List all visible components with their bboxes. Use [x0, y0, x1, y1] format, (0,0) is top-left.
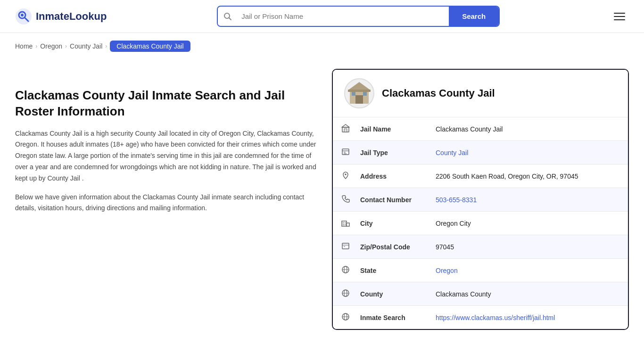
field-icon-cell [333, 212, 352, 235]
field-value: 2206 South Kaen Road, Oregon City, OR, 9… [427, 165, 628, 188]
svg-point-20 [345, 173, 347, 175]
breadcrumb: Home › Oregon › County Jail › Clackamas … [0, 33, 644, 59]
address-icon [341, 171, 350, 180]
field-value-text: 97045 [436, 243, 454, 251]
field-label: City [352, 212, 427, 235]
field-icon-cell [333, 259, 352, 282]
site-header: InmateLookup Search [0, 0, 644, 33]
county-icon [341, 289, 350, 297]
svg-rect-11 [363, 92, 367, 96]
search-area: Search [217, 6, 500, 27]
page-description-1: Clackamas County Jail is a high security… [15, 128, 317, 184]
search-icon-wrap [218, 8, 238, 25]
table-row: Jail Type County Jail [333, 141, 628, 165]
svg-rect-27 [342, 243, 349, 249]
field-value-text: Oregon City [436, 220, 471, 227]
jail-icon [341, 124, 350, 132]
search-button[interactable]: Search [449, 7, 499, 26]
svg-rect-25 [343, 224, 344, 225]
city-icon [341, 218, 350, 227]
svg-rect-9 [355, 95, 363, 104]
field-label: Address [352, 165, 427, 188]
left-column: Clackamas County Jail Inmate Search and … [15, 69, 317, 330]
svg-rect-10 [352, 92, 355, 96]
right-column: Clackamas County Jail Jail Name Clackama… [332, 69, 629, 330]
page-title: Clackamas County Jail Inmate Search and … [15, 88, 317, 120]
field-value-link[interactable]: Oregon [436, 267, 458, 274]
jail-building-icon [347, 81, 372, 106]
hamburger-line-2 [614, 16, 625, 17]
svg-point-2 [21, 14, 24, 16]
field-icon-cell [333, 141, 352, 165]
field-value: Clackamas County [427, 282, 628, 306]
breadcrumb-active: Clackamas County Jail [110, 41, 190, 52]
field-value[interactable]: County Jail [427, 141, 628, 165]
breadcrumb-home[interactable]: Home [15, 42, 33, 50]
table-row: State Oregon [333, 259, 628, 282]
field-value-link[interactable]: County Jail [436, 149, 468, 156]
svg-marker-14 [342, 124, 349, 127]
hamburger-line-1 [614, 13, 625, 14]
search-wrapper: Search [217, 6, 500, 27]
breadcrumb-oregon[interactable]: Oregon [40, 42, 62, 50]
field-value-link[interactable]: https://www.clackamas.us/sheriff/jail.ht… [436, 314, 555, 321]
logo-text: InmateLookup [36, 10, 107, 23]
svg-rect-23 [343, 222, 344, 223]
field-icon-cell [333, 117, 352, 141]
field-icon-cell [333, 188, 352, 212]
table-row: Contact Number 503-655-8331 [333, 188, 628, 212]
field-icon-cell [333, 306, 352, 329]
table-row: Zip/Postal Code 97045 [333, 235, 628, 259]
field-value: Clackamas County Jail [427, 117, 628, 141]
main-content: Clackamas County Jail Inmate Search and … [0, 59, 644, 349]
svg-marker-8 [349, 82, 370, 90]
table-row: City Oregon City [333, 212, 628, 235]
field-icon-cell [333, 165, 352, 188]
zip-icon [341, 242, 350, 250]
field-value-text: 2206 South Kaen Road, Oregon City, OR, 9… [436, 173, 578, 180]
field-value-text: Clackamas County Jail [436, 125, 503, 133]
field-value[interactable]: 503-655-8331 [427, 188, 628, 212]
state-icon [341, 265, 350, 274]
svg-line-5 [229, 17, 231, 20]
field-label: Jail Name [352, 117, 427, 141]
card-header: Clackamas County Jail [333, 70, 628, 117]
field-value[interactable]: Oregon [427, 259, 628, 282]
inmate-icon [341, 313, 350, 321]
field-value: 97045 [427, 235, 628, 259]
logo-icon [15, 8, 32, 25]
svg-rect-22 [347, 223, 349, 226]
svg-rect-7 [348, 90, 371, 92]
hamburger-line-3 [614, 19, 625, 20]
field-label: Jail Type [352, 141, 427, 165]
field-label: Zip/Postal Code [352, 235, 427, 259]
table-row: County Clackamas County [333, 282, 628, 306]
field-value[interactable]: https://www.clackamas.us/sheriff/jail.ht… [427, 306, 628, 329]
card-jail-name: Clackamas County Jail [382, 87, 495, 99]
phone-icon [341, 195, 350, 203]
field-icon-cell [333, 235, 352, 259]
svg-rect-21 [342, 221, 347, 226]
svg-rect-26 [345, 224, 346, 225]
page-description-2: Below we have given information about th… [15, 192, 317, 214]
logo-link[interactable]: InmateLookup [15, 8, 107, 25]
field-label: County [352, 282, 427, 306]
field-value: Oregon City [427, 212, 628, 235]
search-input[interactable] [238, 8, 449, 25]
breadcrumb-sep-2: › [65, 43, 67, 49]
svg-rect-24 [345, 222, 346, 223]
field-label: Inmate Search [352, 306, 427, 329]
svg-point-0 [16, 8, 32, 25]
search-icon [223, 12, 232, 21]
table-row: Jail Name Clackamas County Jail [333, 117, 628, 141]
info-card: Clackamas County Jail Jail Name Clackama… [332, 69, 629, 330]
info-table: Jail Name Clackamas County Jail Jail Typ… [333, 117, 628, 329]
breadcrumb-county-jail[interactable]: County Jail [70, 42, 102, 50]
svg-rect-15 [344, 129, 347, 132]
breadcrumb-sep-3: › [105, 43, 107, 49]
field-value-text: Clackamas County [436, 290, 491, 298]
field-value-link[interactable]: 503-655-8331 [436, 196, 477, 204]
table-row: Address 2206 South Kaen Road, Oregon Cit… [333, 165, 628, 188]
hamburger-button[interactable] [610, 9, 629, 24]
field-label: Contact Number [352, 188, 427, 212]
